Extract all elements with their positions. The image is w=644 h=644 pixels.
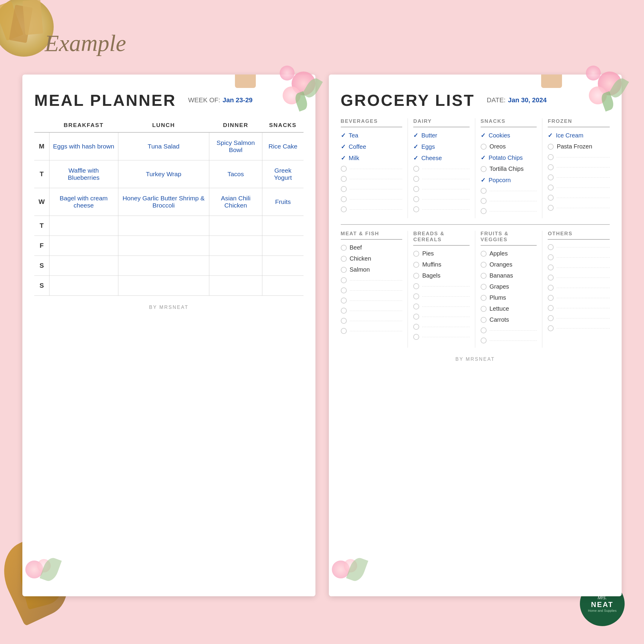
- frozen-item-icecream: ✓ Ice Cream: [548, 132, 610, 139]
- snacks-item-popcorn: ✓ Popcorn: [481, 177, 537, 184]
- snacks-column: SNACKS ✓ Cookies Oreos ✓ Potato Chips To…: [475, 118, 543, 218]
- grocery-pink-tab: [541, 75, 562, 88]
- fruits-column: FRUITS & VEGGIES Apples Oranges Bananas …: [475, 231, 543, 348]
- dairy-item-eggs: ✓ Eggs: [413, 143, 470, 150]
- breads-item-pies: Pies: [413, 250, 470, 257]
- lunch-cell-5: [118, 256, 209, 276]
- dinner-cell-4: [209, 236, 262, 256]
- oreos-label: Oreos: [490, 143, 506, 150]
- tortilla-chips-label: Tortilla Chips: [490, 165, 524, 172]
- grocery-header: GROCERY LIST DATE: Jan 30, 2024: [341, 91, 610, 109]
- grocery-list-page: GROCERY LIST DATE: Jan 30, 2024 BEVERAGE…: [329, 75, 622, 596]
- chicken-label: Chicken: [350, 255, 371, 262]
- meat-item-beef: Beef: [341, 244, 403, 251]
- dairy-header: DAIRY: [413, 118, 470, 127]
- breakfast-cell-4: [49, 236, 118, 256]
- frozen-item-pasta: Pasta Frozen: [548, 143, 610, 150]
- breads-empty-4: [413, 314, 470, 320]
- grocery-by: BY MRSNEAT: [341, 357, 610, 362]
- check-tea: ✓: [341, 132, 346, 139]
- others-column: OTHERS: [542, 231, 610, 348]
- fruits-empty-2: [481, 338, 537, 343]
- snacks-item-oreos: Oreos: [481, 143, 537, 150]
- frozen-empty-3: [548, 174, 610, 180]
- bananas-label: Bananas: [490, 272, 513, 279]
- dairy-empty-5: [413, 206, 470, 212]
- lunch-cell-0: Tuna Salad: [118, 132, 209, 160]
- ice-cream-label: Ice Cream: [556, 132, 583, 139]
- lettuce-label: Lettuce: [490, 305, 509, 312]
- example-text: Example: [45, 30, 126, 57]
- milk-label: Milk: [349, 155, 360, 162]
- col-day: [34, 118, 49, 132]
- fruits-item-grapes: Grapes: [481, 283, 537, 290]
- meal-planner-title: MEAL PLANNER: [34, 91, 176, 109]
- dairy-item-cheese: ✓ Cheese: [413, 154, 470, 162]
- lunch-cell-3: [118, 216, 209, 236]
- pies-label: Pies: [422, 250, 434, 257]
- others-empty-9: [548, 325, 610, 331]
- day-cell-5: S: [34, 256, 49, 276]
- breads-column: BREADS & CEREALS Pies Muffins Bagels: [408, 231, 475, 348]
- frozen-column: FROZEN ✓ Ice Cream Pasta Frozen: [542, 118, 610, 218]
- col-breakfast: BREAKFAST: [49, 118, 118, 132]
- dairy-empty-1: [413, 166, 470, 172]
- meal-table-header-row: BREAKFAST LUNCH DINNER SNACKS: [34, 118, 304, 132]
- week-of-label: WEEK OF:: [188, 96, 220, 104]
- lunch-cell-1: Turkey Wrap: [118, 160, 209, 188]
- meat-item-salmon: Salmon: [341, 266, 403, 273]
- col-snacks: SNACKS: [262, 118, 304, 132]
- week-of-value: Jan 23-29: [223, 96, 253, 104]
- bev-empty-1: [341, 166, 403, 172]
- others-empty-6: [548, 295, 610, 301]
- dinner-cell-0: Spicy Salmon Bowl: [209, 132, 262, 160]
- snacks-empty-2: [481, 198, 537, 204]
- oranges-label: Oranges: [490, 261, 513, 268]
- snacks-item-tortilla: Tortilla Chips: [481, 165, 537, 172]
- bev-item-coffee: ✓ Coffee: [341, 143, 403, 150]
- bev-empty-4: [341, 196, 403, 202]
- breads-empty-3: [413, 304, 470, 309]
- dairy-column: DAIRY ✓ Butter ✓ Eggs ✓ Cheese: [408, 118, 475, 218]
- meat-empty-5: [341, 318, 403, 324]
- frozen-empty-4: [548, 185, 610, 191]
- meal-planner-by: BY MRSNEAT: [34, 305, 304, 310]
- meal-planner-pink-tab: [235, 75, 256, 88]
- fruits-empty-1: [481, 327, 537, 333]
- meat-empty-3: [341, 298, 403, 304]
- dairy-empty-3: [413, 186, 470, 192]
- breakfast-cell-3: [49, 216, 118, 236]
- fruits-item-carrots: Carrots: [481, 316, 537, 323]
- others-empty-8: [548, 315, 610, 321]
- others-header: OTHERS: [548, 231, 610, 240]
- muffins-label: Muffins: [422, 261, 441, 268]
- meal-row-1: TWaffle with BlueberriesTurkey WrapTacos…: [34, 160, 304, 188]
- lunch-cell-2: Honey Garlic Butter Shrimp & Broccoli: [118, 188, 209, 216]
- dinner-cell-1: Tacos: [209, 160, 262, 188]
- dairy-empty-4: [413, 196, 470, 202]
- snacks-empty-1: [481, 188, 537, 194]
- dinner-cell-5: [209, 256, 262, 276]
- grapes-label: Grapes: [490, 283, 509, 290]
- bev-empty-2: [341, 176, 403, 182]
- others-empty-7: [548, 305, 610, 311]
- coffee-label: Coffee: [349, 143, 366, 150]
- eggs-label: Eggs: [421, 143, 435, 150]
- others-empty-2: [548, 254, 610, 260]
- bev-item-tea: ✓ Tea: [341, 132, 403, 139]
- bagels-label: Bagels: [422, 272, 440, 279]
- snacks-cell-1: Greek Yogurt: [262, 160, 304, 188]
- meal-row-4: F: [34, 236, 304, 256]
- salmon-label: Salmon: [350, 266, 370, 273]
- lunch-cell-6: [118, 276, 209, 296]
- apples-label: Apples: [490, 250, 508, 257]
- plums-label: Plums: [490, 294, 506, 301]
- cookies-label: Cookies: [489, 132, 510, 139]
- meat-empty-6: [341, 328, 403, 334]
- cheese-label: Cheese: [421, 155, 442, 162]
- grocery-title: GROCERY LIST: [341, 91, 475, 109]
- meat-item-chicken: Chicken: [341, 255, 403, 262]
- breads-empty-6: [413, 334, 470, 340]
- fruits-item-bananas: Bananas: [481, 272, 537, 279]
- date-value: Jan 30, 2024: [508, 96, 547, 104]
